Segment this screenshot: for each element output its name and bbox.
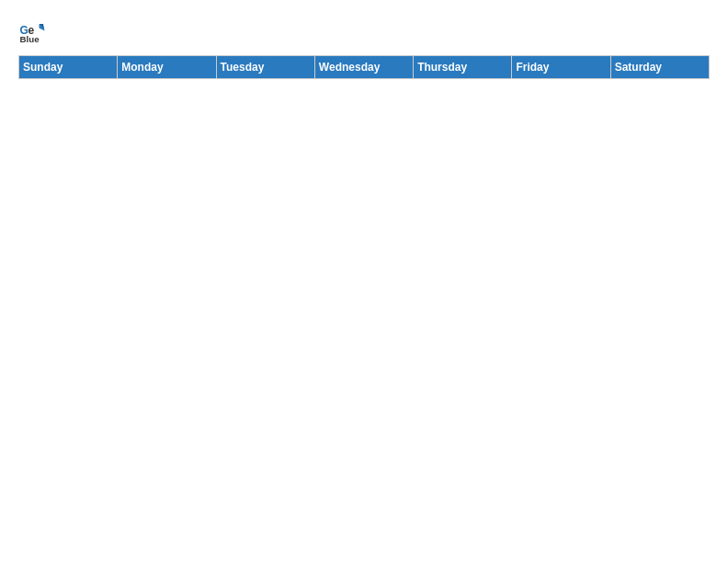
weekday-header: Friday bbox=[512, 56, 610, 79]
logo: G e Blue bbox=[18, 18, 50, 46]
calendar-table: SundayMondayTuesdayWednesdayThursdayFrid… bbox=[18, 55, 710, 79]
weekday-header: Tuesday bbox=[216, 56, 314, 79]
svg-text:Blue: Blue bbox=[20, 34, 40, 44]
weekday-header: Sunday bbox=[19, 56, 118, 79]
weekday-header: Monday bbox=[118, 56, 216, 79]
weekday-header: Thursday bbox=[414, 56, 512, 79]
page-header: G e Blue bbox=[18, 18, 710, 46]
weekday-header: Wednesday bbox=[314, 56, 413, 79]
weekday-header: Saturday bbox=[610, 56, 709, 79]
weekday-header-row: SundayMondayTuesdayWednesdayThursdayFrid… bbox=[19, 56, 710, 79]
logo-icon: G e Blue bbox=[18, 18, 46, 46]
